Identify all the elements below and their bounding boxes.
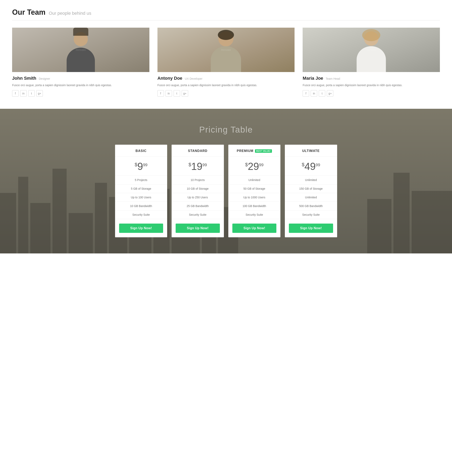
plan-features-list: Unlimited50 GB of StorageUp to 1000 User… — [228, 176, 281, 219]
plan-price-value: $999 — [135, 161, 147, 172]
plan-price-standard: $1999 — [172, 156, 224, 176]
plan-feature: Up to 250 Users — [172, 193, 224, 202]
team-member-bio: Fusce orci augue, porta a sapien digniss… — [303, 83, 440, 87]
team-photo-2: #envato — [303, 28, 440, 72]
team-member-name: John Smith — [12, 76, 36, 81]
plan-header-basic: BASIC — [115, 145, 167, 156]
team-member-bio: Fusce orci augue, porta a sapien digniss… — [158, 83, 295, 87]
twitter-icon[interactable]: t — [174, 90, 180, 97]
price-dollar-sign: $ — [245, 162, 248, 168]
price-dollar-sign: $ — [302, 162, 305, 168]
plan-features-list: 5 Projects5 GB of StorageUp to 100 Users… — [115, 176, 167, 219]
facebook-icon[interactable]: f — [303, 90, 309, 97]
plan-feature: Unlimited — [285, 176, 337, 184]
plan-feature: 25 GB Bandwidth — [172, 202, 224, 210]
team-header: Our Team Our people behind us — [12, 8, 440, 20]
plan-price-value: $4999 — [302, 161, 320, 172]
plan-price-value: $2999 — [245, 161, 263, 172]
plan-name: STANDARD — [188, 149, 207, 153]
pricing-title: Pricing Table — [12, 125, 440, 135]
price-cents: 99 — [316, 163, 320, 167]
team-card-1: #envato Antony Doe UX Developer Fusce or… — [158, 28, 295, 97]
facebook-icon[interactable]: f — [158, 90, 164, 97]
team-title: Our Team — [12, 8, 46, 16]
plan-feature: 500 GB Bandwidth — [285, 202, 337, 210]
signup-button-basic[interactable]: Sign Up Now! — [119, 224, 163, 233]
team-member-bio: Fusce orci augue, porta a sapien digniss… — [12, 83, 149, 87]
linkedin-icon[interactable]: in — [166, 90, 172, 97]
plan-feature: 5 Projects — [115, 176, 167, 184]
team-card-2: #envato Maria Joe Team Head Fusce orci a… — [303, 28, 440, 97]
plan-price-value: $1999 — [189, 161, 207, 172]
google-plus-icon[interactable]: g+ — [182, 90, 188, 97]
team-member-info-2: Maria Joe Team Head Fusce orci augue, po… — [303, 76, 440, 97]
pricing-card-ultimate: ULTIMATE $4999 Unlimited150 GB of Storag… — [285, 145, 337, 237]
social-icons-0: fintg+ — [12, 90, 149, 97]
price-dollar-sign: $ — [189, 162, 191, 168]
plan-feature: Unlimited — [228, 176, 281, 184]
pricing-grid: BASIC $999 5 Projects5 GB of StorageUp t… — [115, 145, 337, 237]
plan-cta-basic: Sign Up Now! — [115, 219, 167, 237]
plan-feature: Security Suite — [172, 210, 224, 219]
pricing-section: Pricing Table BASIC $999 5 Projects5 GB … — [0, 109, 452, 254]
facebook-icon[interactable]: f — [12, 90, 19, 97]
plan-header-ultimate: ULTIMATE — [285, 145, 337, 156]
plan-name: ULTIMATE — [302, 149, 320, 153]
plan-feature: Up to 1000 Users — [228, 193, 281, 202]
plan-cta-standard: Sign Up Now! — [172, 219, 224, 237]
social-icons-1: fintg+ — [158, 90, 295, 97]
plan-price-ultimate: $4999 — [285, 156, 337, 176]
plan-header-premium: PREMIUM BEST VALUE! — [228, 145, 281, 156]
plan-cta-premium: Sign Up Now! — [228, 219, 281, 237]
plan-name: BASIC — [135, 149, 146, 153]
google-plus-icon[interactable]: g+ — [327, 90, 333, 97]
plan-header-standard: STANDARD — [172, 145, 224, 156]
best-value-badge: BEST VALUE! — [255, 149, 272, 153]
team-member-name: Maria Joe — [303, 76, 323, 81]
plan-feature: Unlimited — [285, 193, 337, 202]
pricing-title-wrap: Pricing Table — [12, 125, 440, 135]
plan-name-wrap: STANDARD — [172, 149, 224, 153]
price-cents: 99 — [143, 163, 147, 167]
linkedin-icon[interactable]: in — [311, 90, 317, 97]
team-member-name: Antony Doe — [158, 76, 182, 81]
plan-feature: 100 GB Bandwidth — [228, 202, 281, 210]
team-photo-0: #envato — [12, 28, 149, 72]
plan-feature: Up to 100 Users — [115, 193, 167, 202]
team-section: Our Team Our people behind us #envato Jo… — [0, 0, 452, 109]
team-member-role: Team Head — [326, 77, 340, 80]
plan-feature: 50 GB of Storage — [228, 184, 281, 193]
plan-feature: 10 GB Bandwidth — [115, 202, 167, 210]
plan-features-list: Unlimited150 GB of StorageUnlimited500 G… — [285, 176, 337, 219]
plan-name: PREMIUM — [237, 149, 253, 153]
team-grid: #envato John Smith Designer Fusce orci a… — [12, 28, 440, 97]
linkedin-icon[interactable]: in — [20, 90, 27, 97]
plan-feature: 10 GB of Storage — [172, 184, 224, 193]
plan-cta-ultimate: Sign Up Now! — [285, 219, 337, 237]
plan-features-list: 10 Projects10 GB of StorageUp to 250 Use… — [172, 176, 224, 219]
signup-button-premium[interactable]: Sign Up Now! — [232, 224, 277, 233]
team-subtitle: Our people behind us — [49, 11, 91, 16]
team-member-role: UX Developer — [185, 77, 202, 80]
team-member-info-1: Antony Doe UX Developer Fusce orci augue… — [158, 76, 295, 97]
price-dollar-sign: $ — [135, 162, 137, 168]
twitter-icon[interactable]: t — [28, 90, 35, 97]
team-card-0: #envato John Smith Designer Fusce orci a… — [12, 28, 149, 97]
plan-feature: Security Suite — [285, 210, 337, 219]
plan-feature: 10 Projects — [172, 176, 224, 184]
signup-button-ultimate[interactable]: Sign Up Now! — [289, 224, 333, 233]
price-cents: 99 — [259, 163, 263, 167]
plan-feature: Security Suite — [115, 210, 167, 219]
pricing-card-premium: PREMIUM BEST VALUE! $2999 Unlimited50 GB… — [228, 145, 281, 237]
pricing-card-standard: STANDARD $1999 10 Projects10 GB of Stora… — [172, 145, 224, 237]
plan-feature: Security Suite — [228, 210, 281, 219]
plan-name-wrap: ULTIMATE — [285, 149, 337, 153]
twitter-icon[interactable]: t — [319, 90, 325, 97]
plan-name-wrap: PREMIUM BEST VALUE! — [228, 149, 281, 153]
social-icons-2: fintg+ — [303, 90, 440, 97]
price-cents: 99 — [202, 163, 207, 167]
team-photo-1: #envato — [158, 28, 295, 72]
plan-feature: 5 GB of Storage — [115, 184, 167, 193]
google-plus-icon[interactable]: g+ — [36, 90, 43, 97]
signup-button-standard[interactable]: Sign Up Now! — [176, 224, 220, 233]
